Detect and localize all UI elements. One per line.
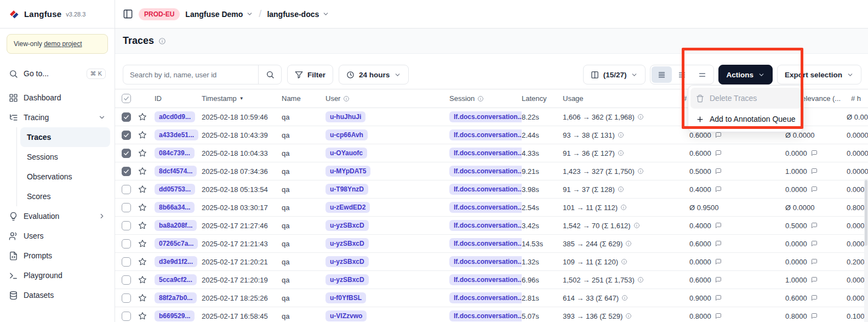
sidebar-item-sessions[interactable]: Sessions <box>20 147 110 167</box>
col-header-id[interactable]: ID <box>155 94 202 103</box>
user-id-badge[interactable]: u-huJhuJi <box>326 111 366 122</box>
sidebar-item-goto[interactable]: Go to... ⌘ K <box>4 64 110 83</box>
col-header-score-c[interactable]: # h <box>845 94 868 103</box>
trace-id-badge[interactable]: 88f2a7b0... <box>155 292 197 303</box>
session-id-badge[interactable]: lf.docs.conversation... <box>449 220 522 231</box>
row-checkbox[interactable] <box>122 203 131 212</box>
bookmark-star-icon[interactable] <box>138 312 147 320</box>
sidebar-item-tracing[interactable]: Tracing <box>4 108 110 127</box>
row-checkbox[interactable] <box>122 293 131 303</box>
vertical-scrollbar[interactable] <box>864 179 868 322</box>
trace-id-badge[interactable]: 8b66a34... <box>155 202 195 213</box>
trace-id-badge[interactable]: 07265c7a... <box>155 238 198 249</box>
bookmark-star-icon[interactable] <box>138 185 147 194</box>
session-id-badge[interactable]: lf.docs.conversation... <box>449 256 522 267</box>
col-header-session[interactable]: Session <box>449 94 522 103</box>
col-header-usage[interactable]: Usage <box>563 94 682 103</box>
filter-button[interactable]: Filter <box>287 65 333 84</box>
col-header-timestamp[interactable]: Timestamp▼ <box>202 94 282 103</box>
trace-id-badge[interactable]: dd05753... <box>155 184 195 195</box>
sidebar-item-observations[interactable]: Observations <box>20 167 110 187</box>
sidebar-item-users[interactable]: Users <box>4 226 110 246</box>
bookmark-star-icon[interactable] <box>138 239 147 248</box>
user-id-badge[interactable]: u-yzSBxcD <box>326 256 369 267</box>
sidebar-item-scores[interactable]: Scores <box>20 187 110 206</box>
session-id-badge[interactable]: lf.docs.conversation... <box>449 238 522 249</box>
panel-toggle-icon[interactable] <box>123 9 133 19</box>
bookmark-star-icon[interactable] <box>138 131 147 139</box>
search-input[interactable] <box>123 65 258 84</box>
user-id-badge[interactable]: u-f0YfBSL <box>326 292 366 303</box>
demo-project-link[interactable]: demo project <box>44 40 82 48</box>
bookmark-star-icon[interactable] <box>138 112 147 121</box>
bookmark-star-icon[interactable] <box>138 275 147 284</box>
row-height-medium-button[interactable] <box>672 66 692 83</box>
search-icon[interactable] <box>258 65 281 84</box>
sidebar-item-traces[interactable]: Traces <box>20 127 110 147</box>
user-id-badge[interactable]: u-MYpDAT5 <box>326 166 370 177</box>
sidebar-item-dashboard[interactable]: Dashboard <box>4 88 110 108</box>
export-selection-button[interactable]: Export selection <box>777 65 861 84</box>
sidebar-item-playground[interactable]: Playground <box>4 265 110 285</box>
row-checkbox[interactable] <box>122 149 131 158</box>
row-checkbox[interactable] <box>122 112 131 122</box>
user-id-badge[interactable]: u-zEwdED2 <box>326 202 370 213</box>
bookmark-star-icon[interactable] <box>138 293 147 302</box>
sidebar-item-prompts[interactable]: Prompts <box>4 246 110 265</box>
column-visibility-button[interactable]: (15/27) <box>583 65 646 84</box>
row-checkbox[interactable] <box>122 312 131 321</box>
session-id-badge[interactable]: lf.docs.conversation... <box>449 148 522 159</box>
org-breadcrumb[interactable]: Langfuse Demo <box>185 10 253 19</box>
sidebar-item-datasets[interactable]: Datasets <box>4 285 110 305</box>
user-id-badge[interactable]: u-yzSBxcD <box>326 274 369 285</box>
sidebar-item-evaluation[interactable]: Evaluation <box>4 206 110 226</box>
trace-id-badge[interactable]: b669529... <box>155 310 195 321</box>
timerange-button[interactable]: 24 hours <box>339 65 409 84</box>
row-checkbox[interactable] <box>122 131 131 140</box>
session-id-badge[interactable]: lf.docs.conversation... <box>449 292 522 303</box>
bookmark-star-icon[interactable] <box>138 257 147 266</box>
session-id-badge[interactable]: lf.docs.conversation... <box>449 184 522 195</box>
trace-id-badge[interactable]: 5cca9cf2... <box>155 274 197 285</box>
row-height-compact-button[interactable] <box>652 66 672 83</box>
trace-id-badge[interactable]: ba8a208f... <box>155 220 197 231</box>
col-header-latency[interactable]: Latency <box>522 94 563 103</box>
col-header-name[interactable]: Name <box>282 94 326 103</box>
user-id-badge[interactable]: u-VIZzvwo <box>326 310 367 321</box>
user-id-badge[interactable]: u-OYauofc <box>326 148 367 159</box>
menu-item-add-to-annotation-queue[interactable]: Add to Annotation Queue <box>690 109 801 129</box>
select-all-checkbox[interactable] <box>122 94 131 103</box>
row-checkbox[interactable] <box>122 275 131 285</box>
project-breadcrumb[interactable]: langfuse-docs <box>267 10 329 19</box>
row-height-tall-button[interactable] <box>692 66 712 83</box>
trace-id-badge[interactable]: d3e9d1f2... <box>155 256 197 267</box>
actions-button[interactable]: Actions <box>718 65 773 84</box>
row-checkbox[interactable] <box>122 221 131 230</box>
trace-id-badge[interactable]: a0cd0d9... <box>155 111 195 122</box>
user-id-badge[interactable]: u-T98YnzD <box>326 184 368 195</box>
row-checkbox[interactable] <box>122 239 131 248</box>
col-header-user[interactable]: User <box>326 94 449 103</box>
menu-item-delete-traces[interactable]: Delete Traces <box>690 88 801 109</box>
user-id-badge[interactable]: u-cp66Avh <box>326 129 368 140</box>
row-checkbox[interactable] <box>122 257 131 267</box>
trace-id-badge[interactable]: a433de51... <box>155 129 198 140</box>
session-id-badge[interactable]: lf.docs.conversation... <box>449 166 522 177</box>
session-id-badge[interactable]: lf.docs.conversation... <box>449 129 522 140</box>
bookmark-star-icon[interactable] <box>138 221 147 230</box>
session-id-badge[interactable]: lf.docs.conversation... <box>449 274 522 285</box>
scrollbar-thumb[interactable] <box>865 180 867 246</box>
session-id-badge[interactable]: lf.docs.conversation... <box>449 310 522 321</box>
bookmark-star-icon[interactable] <box>138 149 147 157</box>
brand-name: Langfuse <box>24 9 61 19</box>
bookmark-star-icon[interactable] <box>138 203 147 212</box>
user-id-badge[interactable]: u-yzSBxcD <box>326 220 369 231</box>
bookmark-star-icon[interactable] <box>138 167 147 176</box>
row-checkbox[interactable] <box>122 185 131 194</box>
session-id-badge[interactable]: lf.docs.conversation... <box>449 202 522 213</box>
trace-id-badge[interactable]: 084c739... <box>155 148 195 159</box>
trace-id-badge[interactable]: 8dcf4574... <box>155 166 197 177</box>
session-id-badge[interactable]: lf.docs.conversation... <box>449 111 522 122</box>
row-checkbox[interactable] <box>122 167 131 176</box>
user-id-badge[interactable]: u-yzSBxcD <box>326 238 369 249</box>
